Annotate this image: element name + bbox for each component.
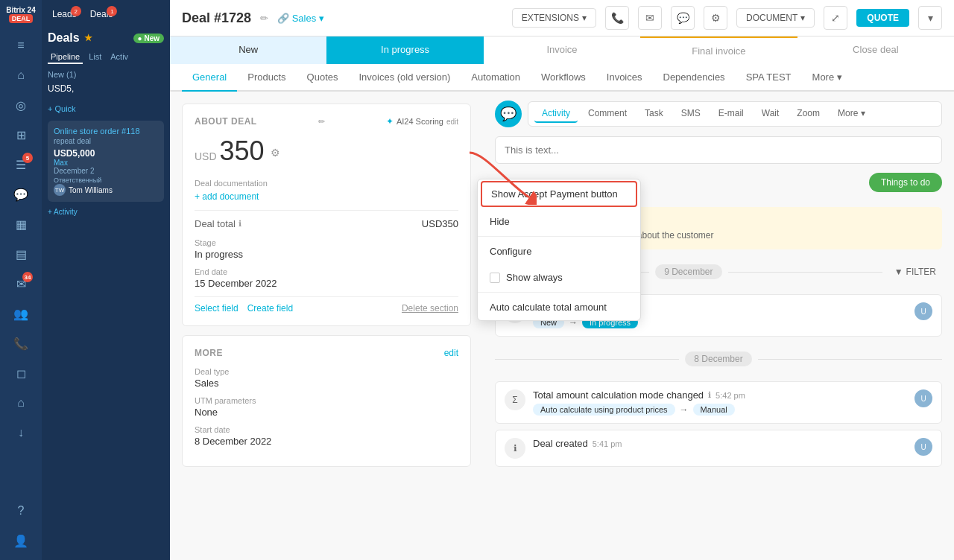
activity-header: 💬 Activity Comment Task SMS E-mail Wait … — [495, 101, 942, 127]
show-accept-payment-btn[interactable]: Show Accept Payment button — [481, 181, 637, 207]
calendar-icon[interactable]: ▦ — [7, 211, 34, 238]
deal-card-amount: USD5,000 — [54, 148, 158, 159]
hide-btn[interactable]: Hide — [478, 209, 640, 235]
pipeline-tab[interactable]: Pipeline — [48, 51, 83, 64]
dropdown-divider — [478, 236, 640, 237]
pipeline-tabs: Pipeline List Activ — [42, 48, 170, 67]
show-always-item[interactable]: Show always — [478, 264, 640, 290]
deal-card[interactable]: Online store order #118 repeat deal USD5… — [48, 121, 164, 202]
stage-inprogress[interactable]: In progress — [326, 36, 483, 64]
cart-icon[interactable]: ⊞ — [7, 121, 34, 148]
tab-general[interactable]: General — [182, 64, 237, 92]
box-icon[interactable]: ◻ — [7, 360, 34, 386]
about-deal-edit-icon[interactable]: ✏ — [318, 117, 325, 127]
stage-row: Stage In progress — [195, 238, 458, 260]
email-icon[interactable]: ✉ 34 — [7, 270, 34, 297]
tab-invoices[interactable]: Invoices — [596, 64, 653, 92]
fullscreen-btn[interactable]: ⤢ — [824, 6, 847, 30]
document-label: DOCUMENT — [746, 13, 797, 23]
deal-type-label: Deal type — [195, 367, 458, 376]
filter-btn[interactable]: ▼ FILTER — [888, 264, 942, 280]
tab-products[interactable]: Products — [237, 64, 296, 92]
menu-icon[interactable]: ≡ — [7, 32, 34, 59]
activity-tab-activity[interactable]: Activity — [534, 105, 578, 123]
tab-invoices-old[interactable]: Invoices (old version) — [348, 64, 461, 92]
activity-tab-comment[interactable]: Comment — [581, 105, 634, 123]
favorite-star[interactable]: ★ — [84, 33, 92, 43]
more-title: MORE — [195, 348, 223, 358]
quote-dropdown-btn[interactable]: ▾ — [918, 6, 942, 30]
stage-closedeal[interactable]: Close deal — [797, 36, 954, 64]
configure-btn[interactable]: Configure — [478, 238, 640, 264]
tasks-icon[interactable]: ☰ 5 — [7, 151, 34, 178]
add-doc-link[interactable]: + add document — [195, 191, 259, 202]
document-btn[interactable]: DOCUMENT ▾ — [736, 8, 815, 28]
stage-invoice[interactable]: Invoice — [484, 36, 640, 64]
store-icon[interactable]: ⌂ — [7, 389, 34, 416]
chart-icon[interactable]: ◎ — [7, 92, 34, 118]
ai-edit[interactable]: edit — [446, 118, 458, 126]
profile-icon[interactable]: 👤 — [7, 527, 34, 554]
delete-section-link[interactable]: Delete section — [402, 303, 458, 314]
quote-label: QUOTE — [867, 13, 899, 23]
activity-input[interactable] — [495, 136, 942, 164]
tab-quotes[interactable]: Quotes — [297, 64, 349, 92]
phone-icon[interactable]: 📞 — [7, 330, 34, 357]
tab-more[interactable]: More ▾ — [802, 64, 853, 92]
edit-icon[interactable]: ✏ — [260, 13, 268, 24]
stage-finalinvoice[interactable]: Final invoice — [640, 36, 797, 64]
email-compose-btn[interactable]: ✉ — [638, 6, 662, 30]
users-icon[interactable]: 👥 — [7, 300, 34, 327]
ai-scoring-badge[interactable]: ✦ AI24 Scoring edit — [386, 116, 458, 127]
deal-badge[interactable]: DEAL — [9, 14, 34, 23]
tab-automation[interactable]: Automation — [461, 64, 531, 92]
more-edit[interactable]: edit — [444, 348, 458, 358]
deal-card-title: Online store order #118 — [54, 127, 158, 136]
right-panel: 💬 Activity Comment Task SMS E-mail Wait … — [483, 92, 954, 560]
add-activity-btn[interactable]: + Activity — [42, 205, 170, 219]
chat-btn[interactable]: 💬 — [671, 6, 695, 30]
settings-btn[interactable]: ⚙ — [704, 6, 727, 30]
deal-created-user-avatar: U — [914, 438, 932, 456]
date-label-dec8: 8 December — [685, 351, 751, 366]
select-field-link[interactable]: Select field — [195, 303, 238, 314]
extensions-btn[interactable]: EXTENSIONS ▾ — [512, 8, 596, 28]
deal-link[interactable]: 🔗 Sales ▾ — [277, 13, 324, 24]
stage-new[interactable]: New — [170, 36, 326, 64]
stage-field-value: In progress — [195, 249, 458, 260]
quote-btn[interactable]: QUOTE — [856, 9, 909, 27]
activity-tab-more[interactable]: More ▾ — [830, 105, 873, 123]
phone-call-btn[interactable]: 📞 — [605, 6, 629, 30]
assignee-avatar: TW — [54, 184, 66, 196]
home-icon[interactable]: ⌂ — [7, 62, 34, 89]
deal-card-assignee: TW Tom Williams — [54, 184, 158, 196]
download-icon[interactable]: ↓ — [7, 419, 34, 446]
list-tab[interactable]: List — [86, 51, 104, 64]
deal-total-info: ℹ — [238, 219, 241, 229]
leads-nav-item[interactable]: 2 Leads — [48, 6, 81, 22]
deals-nav-item[interactable]: 1 Deals — [86, 6, 118, 22]
deal-card-person[interactable]: Max — [54, 159, 158, 167]
help-icon[interactable]: ? — [7, 497, 34, 524]
activity-tab-wait[interactable]: Wait — [754, 105, 787, 123]
date-label-dec9: 9 December — [655, 264, 721, 279]
things-to-do-btn[interactable]: Things to do — [869, 173, 942, 192]
chat-icon[interactable]: 💬 — [7, 181, 34, 208]
docs-icon[interactable]: ▤ — [7, 241, 34, 267]
activity-tab-sms[interactable]: SMS — [674, 105, 708, 123]
amount-gear-icon[interactable]: ⚙ — [271, 147, 280, 159]
tab-dependencies[interactable]: Dependencies — [653, 64, 736, 92]
show-always-checkbox[interactable] — [490, 273, 500, 283]
activity-tab[interactable]: Activ — [107, 51, 131, 64]
activity-tab-task[interactable]: Task — [637, 105, 671, 123]
activity-tab-zoom[interactable]: Zoom — [789, 105, 827, 123]
activity-tab-email[interactable]: E-mail — [711, 105, 751, 123]
auto-calculate-btn[interactable]: Auto calculate total amount — [478, 294, 640, 320]
quick-add-btn[interactable]: + Quick — [42, 100, 170, 118]
end-date-value: 15 December 2022 — [195, 278, 458, 289]
tab-spa-test[interactable]: SPA TEST — [736, 64, 802, 92]
create-field-link[interactable]: Create field — [247, 303, 293, 314]
end-date-label: End date — [195, 267, 458, 276]
tab-workflows[interactable]: Workflows — [531, 64, 596, 92]
doc-row: Deal documentation + add document — [195, 179, 458, 203]
